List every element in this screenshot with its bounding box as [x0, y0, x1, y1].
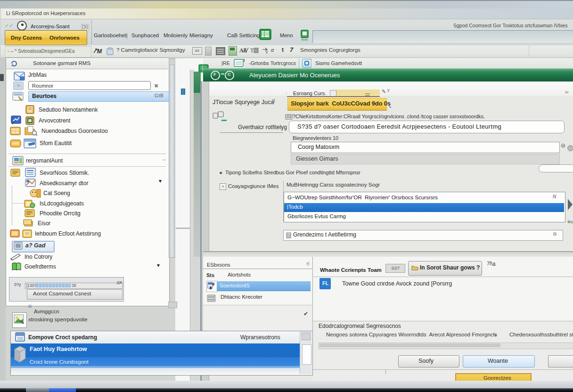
svg-text:book: book	[302, 38, 308, 41]
svg-text:T: T	[250, 47, 254, 54]
svg-text:M: M	[97, 48, 102, 54]
svg-text:Aß: Aß	[239, 47, 247, 54]
svg-text:y: y	[265, 49, 268, 54]
